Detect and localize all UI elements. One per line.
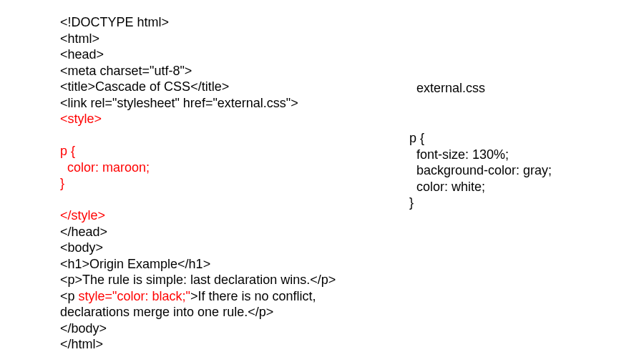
code-line-blank [60, 192, 346, 208]
code-line: p { [409, 130, 552, 147]
code-line: <head> [60, 47, 346, 63]
code-line: <link rel="stylesheet" href="external.cs… [60, 95, 346, 112]
code-line-highlight: p { [60, 143, 346, 160]
code-line: <body> [60, 240, 346, 256]
code-line-blank [60, 127, 346, 144]
code-line: <p style="color: black;">If there is no … [60, 288, 346, 305]
code-line: <h1>Origin Example</h1> [60, 256, 346, 273]
code-line: background-color: gray; [409, 162, 552, 179]
inline-style-highlight: style="color: black;" [79, 289, 190, 303]
code-line: } [409, 195, 552, 211]
code-line: <meta charset="utf-8"> [60, 63, 346, 79]
code-line: color: white; [409, 179, 552, 195]
code-line-highlight: <style> [60, 111, 346, 127]
code-line: declarations merge into one rule.</p> [60, 304, 346, 321]
code-line: </body> [60, 321, 346, 337]
external-css-code: p { font-size: 130%; background-color: g… [409, 130, 552, 211]
external-css-filename: external.css [416, 80, 485, 97]
code-line-highlight: } [60, 175, 346, 192]
code-line-highlight: color: maroon; [60, 160, 346, 176]
code-line: </head> [60, 224, 346, 240]
code-line: <html> [60, 31, 346, 47]
html-source-code: <!DOCTYPE html> <html> <head> <meta char… [60, 14, 346, 353]
code-line: font-size: 130%; [409, 147, 552, 163]
code-line: <p>The rule is simple: last declaration … [60, 272, 346, 288]
code-line: </html> [60, 336, 346, 353]
code-line-highlight: </style> [60, 207, 346, 224]
code-line: <title>Cascade of CSS</title> [60, 79, 346, 95]
code-line: <!DOCTYPE html> [60, 14, 346, 31]
